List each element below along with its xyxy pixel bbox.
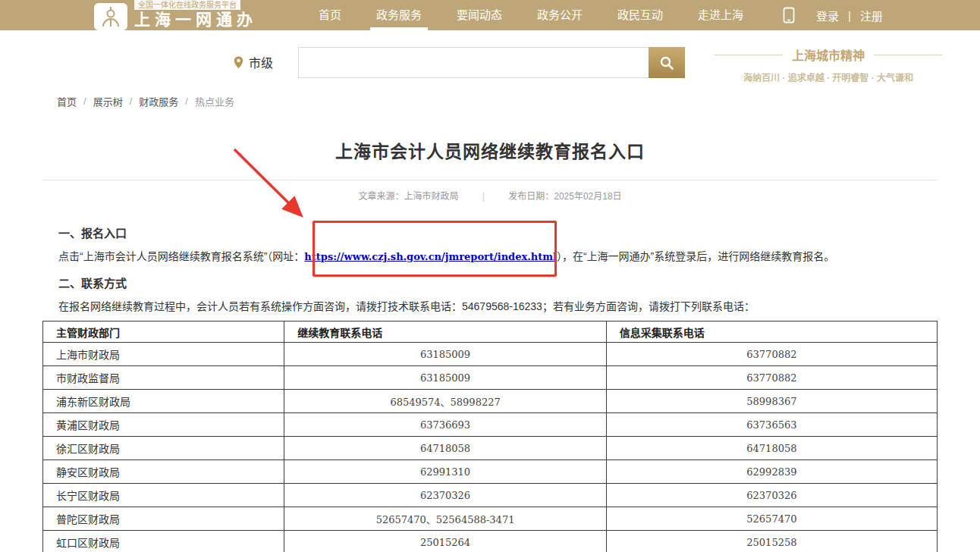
search-box [298, 47, 649, 78]
article-meta: 文章来源：上海市财政局 | 发布日期：2025年02月18日 [0, 189, 980, 202]
top-header: 全国一体化在线政务服务平台 上海一网通办 首页 政务服务 要闻动态 政务公开 政… [0, 0, 980, 30]
phone-cell: 25015264 [284, 531, 606, 552]
dept-cell: 静安区财政局 [43, 460, 284, 484]
city-spirit-subtitle: 海纳百川 · 追求卓越 · 开明睿智 · 大气谦和 [715, 71, 942, 83]
login-link[interactable]: 登录 [816, 8, 839, 24]
table-row: 长宁区财政局6237032662370326 [43, 484, 938, 507]
phone-cell: 62370326 [284, 484, 606, 507]
article-title: 上海市会计人员网络继续教育报名入口 [0, 137, 980, 163]
dept-cell: 黄浦区财政局 [43, 413, 284, 437]
phone-cell: 64718058 [606, 437, 937, 460]
platform-label: 全国一体化在线政务服务平台 [134, 0, 240, 10]
search-icon [659, 55, 674, 71]
header-info-phone: 信息采集联系电话 [606, 321, 937, 343]
dept-cell: 浦东新区财政局 [43, 390, 284, 413]
logo-person-icon [94, 3, 127, 30]
header-dept: 主管财政部门 [43, 321, 284, 343]
title-divider [42, 180, 938, 180]
breadcrumb-separator: / [83, 96, 86, 107]
para1-text-after: ），在“上海一网通办”系统登录后，进行网络继续教育报名。 [557, 250, 834, 262]
article-date: 发布日期：2025年02月18日 [508, 191, 621, 202]
search-button[interactable] [649, 47, 685, 78]
auth-divider: | [848, 9, 851, 22]
nav-item-interaction[interactable]: 政民互动 [617, 0, 663, 30]
spirit-right-line [874, 55, 942, 55]
phone-cell: 63185009 [284, 366, 606, 390]
section-heading-contact: 二、联系方式 [58, 274, 938, 290]
location-pin-icon [234, 56, 243, 69]
nav-item-home[interactable]: 首页 [319, 0, 341, 30]
meta-divider: | [482, 191, 485, 202]
table-row: 普陀区财政局52657470、52564588-347152657470 [43, 507, 938, 531]
nav-item-about-shanghai[interactable]: 走进上海 [698, 0, 743, 30]
contact-paragraph: 在报名网络继续教育过程中，会计人员若有系统操作方面咨询，请拨打技术联系电话：54… [58, 299, 938, 314]
article-body: 一、报名入口 点击“上海市会计人员网络继续教育报名系统”（网址：https://… [42, 224, 938, 552]
phone-cell: 63770882 [606, 366, 937, 390]
phone-cell: 63185009 [284, 343, 606, 366]
dept-cell: 长宁区财政局 [43, 484, 284, 507]
phone-cell: 62370326 [606, 484, 937, 507]
header-education-phone: 继续教育联系电话 [284, 321, 606, 343]
phone-cell: 58998367 [606, 390, 937, 413]
table-row: 静安区财政局6299131062992839 [43, 460, 938, 484]
breadcrumb: 首页 / 展示树 / 财政服务 / 热点业务 [57, 94, 980, 108]
region-selector[interactable]: 市级 [234, 53, 273, 71]
contact-table-body: 上海市财政局6318500963770882市财政监督局631850096377… [43, 343, 938, 552]
site-name: 上海一网通办 [134, 10, 257, 29]
breadcrumb-current: 热点业务 [195, 94, 234, 108]
table-row: 浦东新区财政局68549574、5899822758998367 [43, 390, 938, 413]
region-label: 市级 [249, 53, 273, 71]
nav-item-disclosure[interactable]: 政务公开 [537, 0, 583, 30]
dept-cell: 上海市财政局 [43, 343, 284, 366]
table-row: 徐汇区财政局6471805864718058 [43, 437, 938, 460]
registration-system-link[interactable]: https://www.czj.sh.gov.cn/jmreport/index… [304, 251, 557, 262]
table-row: 虹口区财政局2501526425015258 [43, 531, 938, 552]
phone-cell: 68549574、58998227 [284, 390, 606, 413]
para1-text-before: 点击“上海市会计人员网络继续教育报名系统”（网址： [58, 250, 304, 262]
phone-cell: 63736563 [606, 413, 937, 437]
search-input[interactable] [299, 48, 649, 77]
mobile-phone-icon[interactable] [783, 7, 795, 24]
breadcrumb-finance[interactable]: 财政服务 [139, 94, 178, 108]
section-heading-registration: 一、报名入口 [58, 224, 938, 240]
table-row: 黄浦区财政局6373669363736563 [43, 413, 938, 437]
nav-item-services[interactable]: 政务服务 [376, 0, 422, 30]
header-right: 登录 | 注册 [783, 7, 883, 24]
city-spirit-block: 上海城市精神 海纳百川 · 追求卓越 · 开明睿智 · 大气谦和 [715, 45, 942, 83]
nav-item-news[interactable]: 要闻动态 [457, 0, 502, 30]
dept-cell: 普陀区财政局 [43, 507, 284, 531]
search-section: 市级 上海城市精神 海纳百川 · 追求卓越 · 开明睿智 · 大气谦和 [0, 30, 980, 87]
table-header-row: 主管财政部门 继续教育联系电话 信息采集联系电话 [43, 321, 938, 343]
breadcrumb-separator: / [130, 96, 133, 107]
dept-cell: 徐汇区财政局 [43, 437, 284, 460]
site-logo[interactable]: 全国一体化在线政务服务平台 上海一网通办 [94, 0, 257, 30]
table-row: 市财政监督局6318500963770882 [43, 366, 938, 390]
phone-cell: 62991310 [284, 460, 606, 484]
phone-cell: 52657470、52564588-3471 [284, 507, 606, 531]
phone-cell: 63736693 [284, 413, 606, 437]
main-nav: 首页 政务服务 要闻动态 政务公开 政民互动 走进上海 [301, 0, 761, 30]
dept-cell: 虹口区财政局 [43, 531, 284, 552]
phone-cell: 63770882 [606, 343, 937, 366]
breadcrumb-home[interactable]: 首页 [57, 94, 77, 108]
article-source: 文章来源：上海市财政局 [358, 191, 458, 202]
phone-cell: 52657470 [606, 507, 937, 531]
registration-paragraph: 点击“上海市会计人员网络继续教育报名系统”（网址：https://www.czj… [58, 249, 938, 265]
contact-table: 主管财政部门 继续教育联系电话 信息采集联系电话 上海市财政局631850096… [42, 321, 938, 552]
dept-cell: 市财政监督局 [43, 366, 284, 390]
breadcrumb-tree[interactable]: 展示树 [93, 94, 123, 108]
city-spirit-title: 上海城市精神 [792, 45, 865, 64]
phone-cell: 25015258 [606, 531, 937, 552]
register-link[interactable]: 注册 [860, 8, 883, 24]
phone-cell: 62992839 [606, 460, 937, 484]
table-row: 上海市财政局6318500963770882 [43, 343, 938, 366]
phone-cell: 64718058 [284, 437, 606, 460]
breadcrumb-separator: / [185, 96, 188, 107]
spirit-left-line [715, 55, 783, 55]
